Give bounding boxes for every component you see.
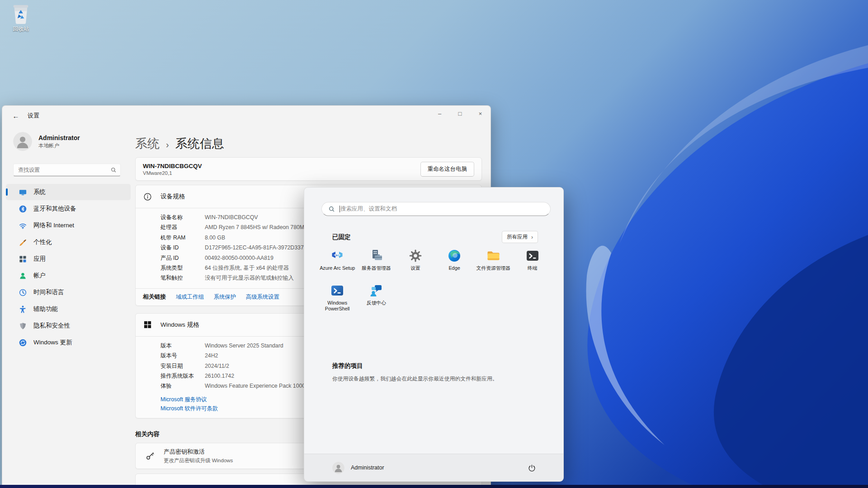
bluetooth-icon — [19, 205, 27, 213]
sidebar-item-network[interactable]: 网络和 Internet — [6, 217, 131, 234]
app-tile-azure-arc-setup[interactable]: Azure Arc Setup — [318, 246, 357, 281]
maximize-button[interactable]: □ — [450, 106, 470, 121]
server-manager-icon — [369, 249, 383, 263]
back-button[interactable]: ← — [9, 110, 23, 121]
wifi-icon — [19, 221, 27, 230]
breadcrumb-parent[interactable]: 系统 — [135, 136, 160, 152]
user-name: Administrator — [38, 134, 80, 141]
settings-search-placeholder: 查找设置 — [18, 166, 110, 174]
product-key-title: 产品密钥和激活 — [164, 448, 233, 456]
chevron-right-icon: › — [531, 234, 533, 240]
app-tile-settings[interactable]: 设置 — [396, 246, 435, 281]
settings-sidebar: Administrator 本地帐户 查找设置 系统 蓝牙和其他设备 — [2, 126, 134, 485]
rename-pc-button[interactable]: 重命名这台电脑 — [420, 162, 475, 177]
start-menu-footer: Administrator — [304, 454, 563, 481]
all-apps-button[interactable]: 所有应用 › — [502, 231, 538, 243]
key-icon — [145, 450, 156, 461]
settings-search-input[interactable]: 查找设置 — [13, 164, 121, 176]
windows-specs-title: Windows 规格 — [160, 321, 199, 329]
sidebar-item-system[interactable]: 系统 — [6, 184, 131, 200]
folder-icon — [486, 249, 500, 263]
edge-icon — [447, 249, 462, 263]
power-button[interactable] — [524, 460, 540, 475]
pinned-section-title: 已固定 — [332, 233, 502, 241]
windows-logo-icon — [143, 320, 152, 329]
recycle-bin[interactable]: 回收站 — [5, 4, 37, 33]
app-tile-edge[interactable]: Edge — [435, 246, 474, 281]
sidebar-item-time-language[interactable]: 时间和语言 — [6, 284, 131, 300]
recycle-bin-icon — [11, 4, 30, 24]
text-cursor — [340, 206, 340, 212]
related-links-title: 相关链接 — [143, 293, 166, 301]
user-avatar — [13, 132, 32, 151]
account-block[interactable]: Administrator 本地帐户 — [13, 132, 80, 151]
recommended-section-title: 推荐的项目 — [332, 362, 363, 370]
clock-icon — [19, 288, 27, 297]
close-button[interactable]: × — [470, 106, 491, 121]
info-icon — [143, 192, 152, 201]
app-tile-feedback-hub[interactable]: 反馈中心 — [357, 281, 396, 316]
terminal-icon — [525, 249, 540, 263]
footer-user-name: Administrator — [351, 465, 384, 471]
footer-user-button[interactable]: Administrator — [332, 462, 524, 474]
link-advanced-system-settings[interactable]: 高级系统设置 — [246, 293, 279, 301]
breadcrumb-separator: › — [166, 140, 169, 150]
shield-icon — [19, 322, 27, 330]
sidebar-item-accounts[interactable]: 帐户 — [6, 267, 131, 284]
app-tile-powershell[interactable]: Windows PowerShell — [318, 281, 357, 316]
breadcrumb: 系统 › 系统信息 — [135, 136, 483, 152]
settings-nav: 系统 蓝牙和其他设备 网络和 Internet 个性化 应用 — [6, 183, 131, 351]
recycle-bin-label: 回收站 — [5, 25, 37, 33]
sidebar-item-privacy[interactable]: 隐私和安全性 — [6, 318, 131, 334]
system-icon — [19, 188, 27, 197]
device-model: VMware20,1 — [143, 170, 420, 176]
device-name-card: WIN-7NDIBCBGCQV VMware20,1 重命名这台电脑 — [135, 157, 482, 181]
device-specs-title: 设备规格 — [160, 192, 185, 201]
start-search-input[interactable]: 搜索应用、设置和文档 — [321, 202, 551, 216]
start-search-placeholder: 搜索应用、设置和文档 — [340, 205, 397, 213]
app-tile-file-explorer[interactable]: 文件资源管理器 — [474, 246, 513, 281]
person-icon — [19, 272, 27, 280]
sidebar-item-accessibility[interactable]: 辅助功能 — [6, 301, 131, 317]
recommended-hint: 你使用设备越频繁，我们越会在此处显示你最近使用的文件和新应用。 — [332, 375, 498, 383]
link-system-protection[interactable]: 系统保护 — [214, 293, 236, 301]
pinned-apps-grid: Azure Arc Setup 服务器管理器 设置 Edge — [318, 246, 552, 316]
brush-icon — [19, 238, 27, 247]
sidebar-item-bluetooth[interactable]: 蓝牙和其他设备 — [6, 201, 131, 217]
update-icon — [19, 338, 27, 347]
azure-arc-icon — [330, 249, 344, 263]
start-menu: 搜索应用、设置和文档 已固定 所有应用 › Azure Arc Setup 服务… — [304, 187, 564, 482]
settings-titlebar: ← 设置 – □ × — [2, 106, 491, 126]
desktop: 回收站 ← 设置 – □ × Administrator 本地帐户 — [0, 0, 868, 488]
taskbar[interactable] — [0, 485, 868, 488]
app-tile-server-manager[interactable]: 服务器管理器 — [357, 246, 396, 281]
user-avatar — [332, 462, 344, 474]
link-domain-workgroup[interactable]: 域或工作组 — [176, 293, 203, 301]
app-tile-terminal[interactable]: 终端 — [513, 246, 552, 281]
product-key-sub: 更改产品密钥或升级 Windows — [164, 457, 233, 464]
accessibility-icon — [19, 305, 27, 314]
sidebar-item-windows-update[interactable]: Windows 更新 — [6, 334, 131, 351]
breadcrumb-current: 系统信息 — [175, 136, 224, 152]
power-icon — [528, 464, 536, 472]
search-icon — [110, 167, 117, 173]
feedback-hub-icon — [369, 283, 383, 298]
apps-icon — [19, 255, 27, 263]
device-name: WIN-7NDIBCBGCQV — [143, 163, 420, 169]
window-title: 设置 — [28, 112, 39, 120]
search-icon — [328, 206, 335, 212]
sidebar-item-apps[interactable]: 应用 — [6, 251, 131, 267]
user-type: 本地帐户 — [38, 142, 80, 149]
gear-icon — [408, 249, 423, 263]
sidebar-item-personalization[interactable]: 个性化 — [6, 234, 131, 250]
powershell-icon — [330, 283, 344, 298]
minimize-button[interactable]: – — [429, 106, 450, 121]
